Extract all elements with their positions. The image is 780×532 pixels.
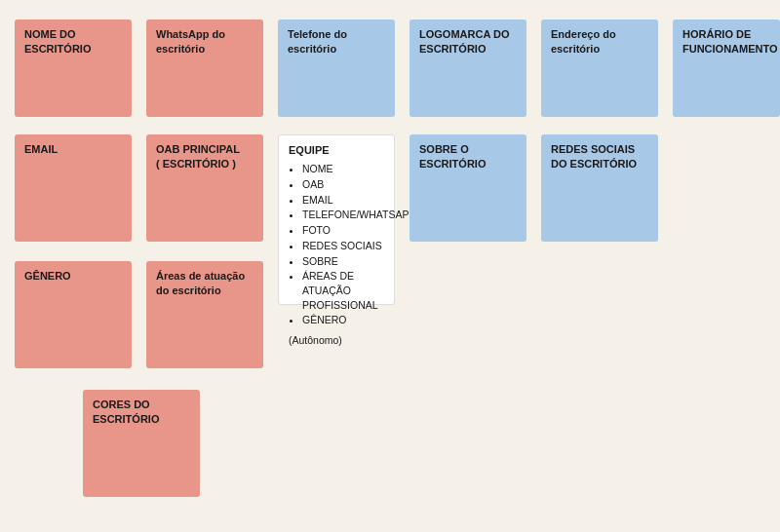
list-item: GÊNERO <box>302 313 384 327</box>
equipe-list: NOMEOABEMAILTELEFONE/WHATSAPPFOTOREDES S… <box>302 162 384 327</box>
logomarca-escritorio-card: LOGOMARCA DO ESCRITÓRIO <box>410 19 526 117</box>
sobre-escritorio-label: SOBRE O ESCRITÓRIO <box>419 142 517 172</box>
sobre-escritorio-card: SOBRE O ESCRITÓRIO <box>410 134 526 242</box>
list-item: TELEFONE/WHATSAPP <box>302 208 384 222</box>
areas-atuacao-label: Áreas de atuação do escritório <box>156 269 254 299</box>
email-label: EMAIL <box>24 142 122 157</box>
equipe-subtitle: (Autônomo) <box>289 333 384 348</box>
oab-principal-card: OAB PRINCIPAL ( ESCRITÓRIO ) <box>146 134 263 242</box>
list-item: NOME <box>302 162 384 176</box>
email-card: EMAIL <box>15 134 132 242</box>
cores-escritorio-card: CORES DO ESCRITÓRIO <box>83 390 200 497</box>
areas-atuacao-card: Áreas de atuação do escritório <box>146 261 263 368</box>
list-item: OAB <box>302 177 384 192</box>
redes-sociais-escritorio-card: REDES SOCIAIS DO ESCRITÓRIO <box>541 134 658 242</box>
endereco-escritorio-card: Endereço do escritório <box>541 19 658 117</box>
board: NOME DO ESCRITÓRIOWhatsApp do escritório… <box>10 10 770 522</box>
horario-funcionamento-label: HORÁRIO DE FUNCIONAMENTO <box>682 27 770 57</box>
endereco-escritorio-label: Endereço do escritório <box>551 27 648 57</box>
logomarca-escritorio-label: LOGOMARCA DO ESCRITÓRIO <box>419 27 517 57</box>
equipe-label: EQUIPE <box>289 143 384 158</box>
equipe-card: EQUIPENOMEOABEMAILTELEFONE/WHATSAPPFOTOR… <box>278 134 395 305</box>
genero-card: GÊNERO <box>15 261 132 368</box>
whatsapp-escritorio-card: WhatsApp do escritório <box>146 19 263 117</box>
horario-funcionamento-card: HORÁRIO DE FUNCIONAMENTO <box>673 19 780 117</box>
list-item: SOBRE <box>302 254 384 269</box>
genero-label: GÊNERO <box>24 269 122 284</box>
cores-escritorio-label: CORES DO ESCRITÓRIO <box>93 398 190 428</box>
list-item: FOTO <box>302 223 384 238</box>
whatsapp-escritorio-label: WhatsApp do escritório <box>156 27 254 57</box>
telefone-escritorio-label: Telefone do escritório <box>288 27 385 57</box>
nome-escritorio-card: NOME DO ESCRITÓRIO <box>15 19 132 117</box>
telefone-escritorio-card: Telefone do escritório <box>278 19 395 117</box>
list-item: EMAIL <box>302 193 384 208</box>
nome-escritorio-label: NOME DO ESCRITÓRIO <box>24 27 122 57</box>
list-item: REDES SOCIAIS <box>302 239 384 253</box>
list-item: ÁREAS DE ATUAÇÃO PROFISSIONAL <box>302 269 384 312</box>
redes-sociais-escritorio-label: REDES SOCIAIS DO ESCRITÓRIO <box>551 142 648 172</box>
oab-principal-label: OAB PRINCIPAL ( ESCRITÓRIO ) <box>156 142 254 172</box>
